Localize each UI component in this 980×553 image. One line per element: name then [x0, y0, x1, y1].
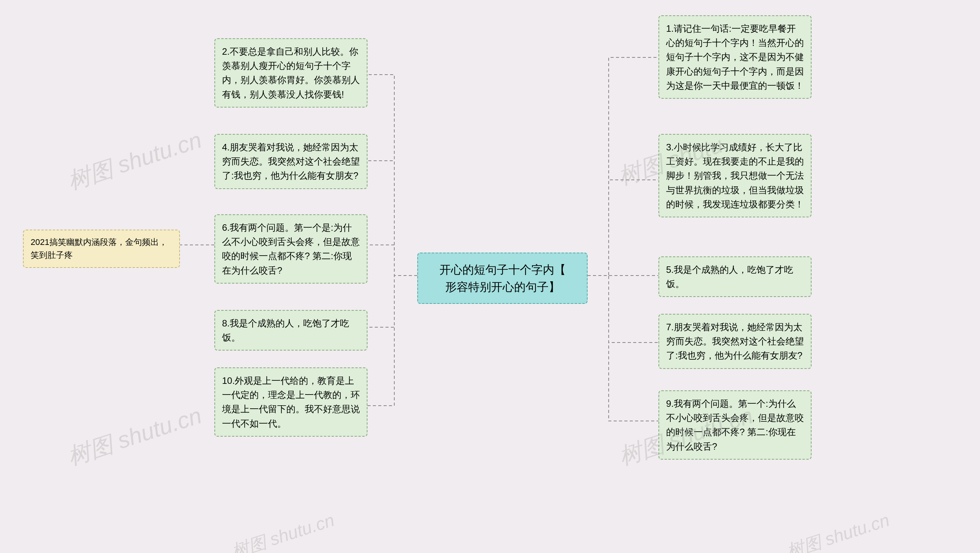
watermark: 树图 shutu.cn — [64, 125, 206, 197]
left-node-4[interactable]: 4.朋友哭着对我说，她经常因为太穷而失恋。我突然对这个社会绝望了:我也穷，他为什… — [214, 134, 368, 189]
right-node-7[interactable]: 7.朋友哭着对我说，她经常因为太穷而失恋。我突然对这个社会绝望了:我也穷，他为什… — [658, 314, 812, 369]
left-node-6[interactable]: 6.我有两个问题。第一个是:为什么不小心咬到舌头会疼，但是故意咬的时候一点都不疼… — [214, 214, 368, 284]
left-node-8[interactable]: 8.我是个成熟的人，吃饱了才吃饭。 — [214, 310, 368, 351]
left-node-2[interactable]: 2.不要总是拿自己和别人比较。你羡慕别人瘦开心的短句子十个字内，别人羡慕你胃好。… — [214, 38, 368, 108]
left-node-10[interactable]: 10.外观是上一代给的，教育是上一代定的，理念是上一代教的，环境是上一代留下的。… — [214, 367, 368, 437]
center-node[interactable]: 开心的短句子十个字内【 形容特别开心的句子】 — [417, 253, 588, 304]
right-node-5[interactable]: 5.我是个成熟的人，吃饱了才吃饭。 — [658, 256, 812, 297]
mindmap-canvas: 开心的短句子十个字内【 形容特别开心的句子】 2.不要总是拿自己和别人比较。你羡… — [0, 0, 980, 553]
far-left-node[interactable]: 2021搞笑幽默内涵段落，金句频出，笑到肚子疼 — [23, 230, 180, 268]
right-node-3[interactable]: 3.小时候比学习成绩好，长大了比工资好。现在我要走的不止是我的脚步！别管我，我只… — [658, 134, 812, 217]
watermark: 树图 shutu.cn — [64, 400, 206, 473]
watermark: 树图 shutu.cn — [784, 508, 892, 553]
center-title-l2: 形容特别开心的句子】 — [445, 281, 560, 293]
center-title-l1: 开心的短句子十个字内【 — [439, 263, 566, 276]
right-node-1[interactable]: 1.请记住一句话:一定要吃早餐开心的短句子十个字内！当然开心的短句子十个字内，这… — [658, 15, 812, 99]
right-node-9[interactable]: 9.我有两个问题。第一个:为什么不小心咬到舌头会疼，但是故意咬的时候一点都不疼?… — [658, 390, 812, 460]
watermark: 树图 shutu.cn — [229, 508, 337, 553]
